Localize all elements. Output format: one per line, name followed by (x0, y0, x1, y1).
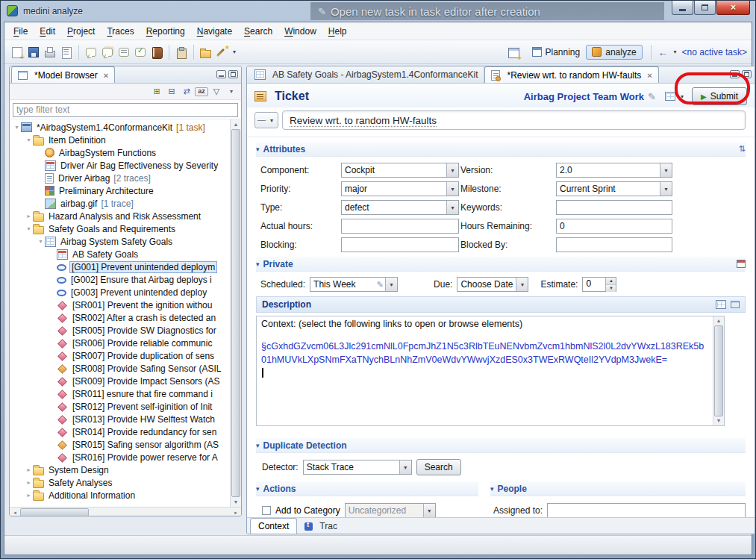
tree-horizontal-scrollbar[interactable]: ◂ ▸ (10, 507, 241, 516)
tree-item[interactable]: ▸System Design (10, 463, 229, 476)
menu-reporting[interactable]: Reporting (140, 24, 191, 39)
chevron-down-icon[interactable]: ▾ (660, 182, 672, 196)
tree-item[interactable]: [SR002] After a crash is detected an (10, 311, 229, 324)
attributes-section-header[interactable]: ▾ Attributes ⇅ (256, 142, 746, 157)
tree-item[interactable]: [SR001] Prevent the ignition withou (10, 299, 229, 311)
new-wizard-icon[interactable] (10, 45, 25, 60)
expanded-arrow-icon[interactable]: ▾ (25, 137, 33, 143)
collapsed-arrow-icon[interactable]: ▸ (25, 213, 33, 219)
actual-hours-field[interactable] (341, 219, 459, 234)
tree-vertical-scrollbar[interactable]: ▲ ▼ (230, 119, 241, 507)
search-button[interactable]: Search (416, 459, 461, 475)
model-browser-tab[interactable]: *Model Browser × (11, 66, 115, 83)
category-field[interactable]: Uncategorized ▾ (345, 503, 436, 517)
collapse-section-icon[interactable] (731, 301, 740, 308)
spinner-buttons[interactable]: ▲▼ (605, 278, 616, 291)
tree-item[interactable]: ▸Additional Information (10, 489, 229, 502)
scroll-right-icon[interactable]: ▸ (231, 508, 241, 516)
description-section-header[interactable]: Description (256, 296, 746, 313)
filter-icon[interactable]: ▽ (210, 86, 223, 98)
sort-alpha-icon[interactable]: az (195, 87, 208, 96)
chevron-down-icon[interactable]: ▾ (516, 278, 528, 291)
link-editor-icon[interactable]: ⇄ (180, 86, 193, 98)
title-bar[interactable]: medini analyze ✎ Open new task in task e… (1, 1, 755, 22)
tree-item[interactable]: Preliminary Architecture (10, 184, 229, 197)
collapsed-arrow-icon[interactable]: ▸ (25, 479, 33, 486)
comment-icon[interactable] (84, 45, 99, 60)
perspective-planning[interactable]: Planning (526, 45, 587, 60)
editor-tab[interactable]: AB Safety Goals - AirbagSystem1.4Conform… (249, 66, 484, 83)
detector-field[interactable]: Stack Trace ▾ (303, 460, 412, 475)
description-editor[interactable]: Context: (select the following links to … (256, 316, 725, 426)
tree-item[interactable]: ▾Airbag System Safety Goals (10, 235, 229, 248)
close-button[interactable]: × (716, 1, 750, 15)
refresh-attributes-icon[interactable]: ⇅ (739, 144, 746, 154)
due-field[interactable]: Choose Date ▾ (457, 277, 528, 292)
report-icon[interactable] (59, 45, 74, 60)
tree-item[interactable]: airbag.gif[1 trace] (10, 197, 229, 210)
blocking-field[interactable] (341, 237, 459, 252)
menu-edit[interactable]: Edit (34, 24, 61, 39)
view-menu-icon[interactable]: ▾ (225, 86, 238, 98)
scrollbar-thumb[interactable] (231, 129, 240, 497)
collapsed-arrow-icon[interactable]: ▸ (25, 466, 33, 473)
add-to-category-checkbox[interactable] (262, 506, 271, 515)
wand-icon[interactable] (215, 45, 230, 60)
actions-section-header[interactable]: ▾ Actions (256, 481, 478, 496)
tree-item[interactable]: [G001] Prevent unintended deploym (10, 260, 229, 273)
hours-remaining-field[interactable]: 0 (556, 219, 672, 234)
expanded-arrow-icon[interactable]: ▾ (13, 124, 21, 131)
description-table-icon[interactable] (716, 300, 726, 309)
expand-all-icon[interactable]: ⊞ (150, 86, 163, 98)
tree-item[interactable]: [SR005] Provide SW Diagnostics for (10, 324, 229, 337)
tree-item[interactable]: [SR014] Provide redundancy for sen (10, 425, 229, 438)
chevron-down-icon[interactable]: ▾ (399, 460, 411, 474)
tree-item[interactable]: ▾Safety Goals and Requirements (10, 222, 229, 235)
spin-down-icon[interactable]: ▼ (606, 285, 616, 292)
task-kind-selector[interactable]: — ▾ (254, 112, 278, 128)
version-field[interactable]: 2.0▾ (556, 163, 672, 178)
review-icon[interactable] (133, 45, 148, 60)
description-scrollbar[interactable]: ▲ ▼ (713, 316, 724, 425)
tree-item[interactable]: AirbagSystem Functions (10, 146, 229, 159)
chevron-down-icon[interactable]: ▾ (660, 163, 672, 177)
task-history-caret-icon[interactable]: ▾ (674, 49, 677, 55)
menu-traces[interactable]: Traces (101, 24, 140, 39)
collapsed-arrow-icon[interactable]: ▸ (25, 492, 33, 499)
description-link[interactable]: §cGxhdGZvcm06L3Jlc291cmNlL0FpcmJhZ1N5c3R… (261, 340, 709, 366)
open-perspective-icon[interactable] (506, 45, 521, 60)
header-menu-caret-icon[interactable]: ▾ (681, 93, 684, 100)
tree-item[interactable]: [SR009] Provide Impact Sensors (AS (10, 375, 229, 387)
tree-item[interactable]: ▸Safety Analyses (10, 476, 229, 489)
scrollbar-thumb[interactable] (20, 508, 89, 516)
scroll-down-icon[interactable]: ▼ (231, 497, 241, 507)
menu-search[interactable]: Search (238, 24, 278, 39)
priority-field[interactable]: major▾ (341, 181, 459, 196)
print-icon[interactable] (43, 45, 57, 60)
chevron-down-icon[interactable]: ▾ (385, 278, 397, 291)
minimize-button[interactable] (672, 1, 693, 15)
discussion-icon[interactable] (116, 45, 131, 60)
menu-project[interactable]: Project (61, 24, 101, 39)
editor-tab[interactable]: *Review wrt. to random HW-faults× (484, 66, 658, 83)
tree-item[interactable]: [SR011] esnure that fire command i (10, 387, 229, 400)
duplicate-detection-section-header[interactable]: ▾ Duplicate Detection (256, 438, 746, 453)
menu-file[interactable]: File (7, 24, 34, 39)
maximize-editor-icon[interactable] (742, 70, 752, 78)
close-tab-icon[interactable]: × (647, 71, 652, 80)
bottom-tab-context[interactable]: Context (250, 518, 297, 534)
save-icon[interactable] (26, 45, 41, 60)
expanded-arrow-icon[interactable]: ▾ (37, 238, 45, 245)
menu-help[interactable]: Help (322, 24, 353, 39)
chevron-down-icon[interactable]: ▾ (446, 201, 458, 214)
tree-item[interactable]: [G002] Ensure that Airbag deploys i (10, 273, 229, 286)
edit-repository-icon[interactable]: ✎ (648, 91, 656, 102)
tree-item[interactable]: AB Safety Goals (10, 248, 229, 260)
dropdown-caret-icon[interactable]: ▾ (233, 49, 236, 55)
submit-button[interactable]: ▶ Submit (692, 87, 747, 105)
tree-item[interactable]: [SR013] Provide HW Selftest Watch (10, 413, 229, 425)
tree-item[interactable]: [SR015] Safing sensor algorithm (AS (10, 438, 229, 451)
scroll-left-icon[interactable]: ◂ (10, 508, 20, 516)
minimize-editor-icon[interactable] (730, 70, 740, 78)
menu-navigate[interactable]: Navigate (191, 24, 238, 39)
